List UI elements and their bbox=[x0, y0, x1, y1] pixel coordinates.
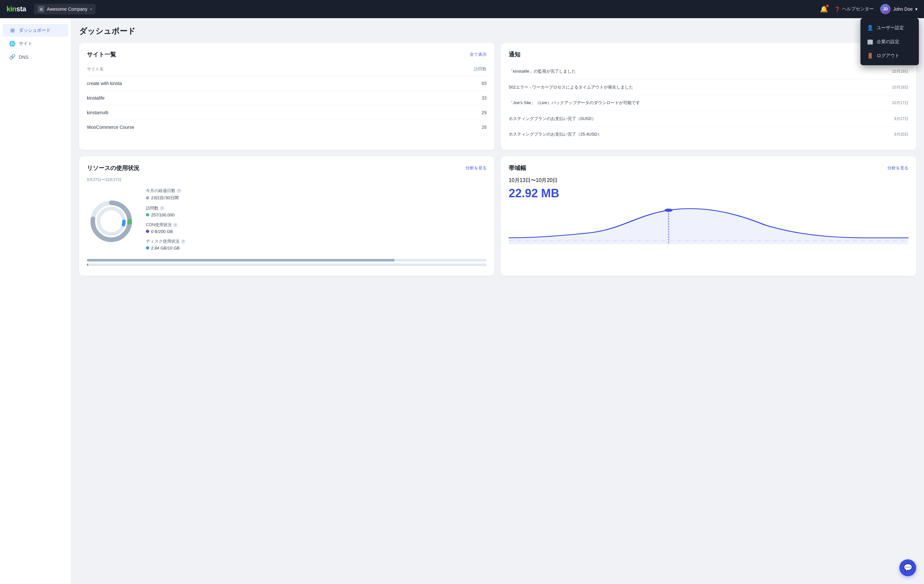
stat-label-text: CDN使用状況 bbox=[146, 222, 172, 228]
chevron-down-icon: ▾ bbox=[90, 7, 92, 11]
dot-purple-icon bbox=[146, 230, 149, 233]
notifications-card-title: 通知 bbox=[509, 51, 520, 58]
resource-card-title: リソースの使用状況 bbox=[87, 164, 139, 172]
help-button[interactable]: ❓ ヘルプセンター bbox=[835, 6, 874, 12]
bandwidth-analysis-link[interactable]: 分析を見る bbox=[888, 165, 908, 171]
sidebar-item-sites[interactable]: 🌐 サイト bbox=[3, 37, 68, 50]
stat-label-text: 今月の経過日数 bbox=[146, 188, 175, 194]
usage-bar-row bbox=[87, 263, 487, 266]
col-site-name: サイト名 bbox=[87, 66, 104, 72]
stat-label: 今月の経過日数 ? bbox=[146, 188, 487, 194]
dot-gray-icon bbox=[146, 196, 149, 200]
table-row[interactable]: kinstamulti 29 bbox=[87, 106, 487, 120]
user-initials: JD bbox=[883, 7, 888, 12]
notification-button[interactable]: 🔔 bbox=[820, 5, 828, 13]
table-row[interactable]: WooCommerce Course 28 bbox=[87, 120, 487, 134]
notifications-card: 通知 全て表示 「kinstalife」の監視が完了しました 10月19日 50… bbox=[501, 43, 916, 150]
site-name: kinstalife bbox=[87, 95, 104, 101]
stat-visits: 訪問数 ? 257/100,000 bbox=[146, 205, 487, 217]
top-cards-row: サイト一覧 全て表示 サイト名 訪問数 create with kinsta 6… bbox=[79, 43, 916, 150]
site-name: create with kinsta bbox=[87, 81, 122, 86]
company-name: Awesome Company bbox=[47, 7, 87, 12]
help-label: ヘルプセンター bbox=[842, 6, 874, 12]
help-icon[interactable]: ? bbox=[160, 206, 164, 210]
sidebar-dns-label: DNS bbox=[19, 55, 28, 60]
stat-value: 257/100,000 bbox=[146, 212, 487, 217]
dropdown-company-settings-label: 企業の設定 bbox=[877, 39, 899, 45]
list-item[interactable]: ホスティングプランのお支払い完了（0USD） 9月27日 bbox=[509, 111, 908, 127]
sites-show-all-link[interactable]: 全て表示 bbox=[470, 51, 487, 58]
resource-stats: 今月の経過日数 ? 23日目/30日間 訪問数 ? bbox=[146, 188, 487, 255]
dns-icon: 🔗 bbox=[9, 54, 16, 60]
company-selector[interactable]: ⊞ Awesome Company ▾ bbox=[34, 4, 96, 14]
site-visits: 29 bbox=[482, 110, 487, 115]
sites-icon: 🌐 bbox=[9, 41, 16, 47]
site-visits: 28 bbox=[482, 124, 487, 130]
help-icon[interactable]: ? bbox=[177, 189, 181, 193]
stat-label-text: ディスク使用状況 bbox=[146, 238, 180, 244]
notifications-card-header: 通知 全て表示 bbox=[509, 51, 908, 58]
notification-date: 10月19日 bbox=[892, 69, 908, 74]
notification-text: 「Joe's Site」（Live）バックアップデータのダウンロードが可能です bbox=[509, 99, 887, 106]
sites-card-header: サイト一覧 全て表示 bbox=[87, 51, 487, 58]
resource-body: 今月の経過日数 ? 23日目/30日間 訪問数 ? bbox=[87, 188, 487, 255]
help-icon[interactable]: ? bbox=[181, 239, 185, 244]
main-content: ダッシュボード サイト一覧 全て表示 サイト名 訪問数 create with … bbox=[71, 18, 924, 584]
site-name: kinstamulti bbox=[87, 110, 108, 115]
table-row[interactable]: create with kinsta 65 bbox=[87, 76, 487, 91]
resource-date-range: 9月27日〜10月27日 bbox=[87, 177, 487, 183]
dropdown-company-settings[interactable]: 🏢 企業の設定 bbox=[860, 35, 919, 49]
bandwidth-date-range: 10月13日〜10月20日 bbox=[509, 177, 908, 184]
help-icon[interactable]: ? bbox=[173, 223, 178, 227]
user-menu-button[interactable]: JD John Doe ▾ bbox=[880, 4, 917, 14]
bandwidth-card-header: 帯域幅 分析を見る bbox=[509, 164, 908, 172]
stat-label: CDN使用状況 ? bbox=[146, 222, 487, 228]
list-item[interactable]: 「kinstalife」の監視が完了しました 10月19日 bbox=[509, 64, 908, 79]
notification-text: 「kinstalife」の監視が完了しました bbox=[509, 68, 887, 74]
sidebar-sites-label: サイト bbox=[19, 41, 32, 47]
resource-analysis-link[interactable]: 分析を見る bbox=[465, 165, 487, 171]
user-settings-icon: 👤 bbox=[867, 25, 873, 31]
stat-value-text: 257/100,000 bbox=[151, 212, 175, 217]
stat-value-text: 23日目/30日間 bbox=[151, 195, 179, 201]
list-item[interactable]: 502エラー - ワーカープロセスによるタイムアウトが発生しました 10月18日 bbox=[509, 79, 908, 95]
stat-value-text: 2.84 GB/10 GB bbox=[151, 246, 180, 250]
notification-date: 10月17日 bbox=[892, 100, 908, 106]
stat-label: ディスク使用状況 ? bbox=[146, 238, 487, 244]
dot-blue-icon bbox=[146, 246, 149, 250]
stat-value: 0 B/200 GB bbox=[146, 229, 487, 234]
dropdown-user-settings[interactable]: 👤 ユーザー設定 bbox=[860, 21, 919, 35]
svg-point-4 bbox=[99, 208, 124, 234]
usage-bar-row bbox=[87, 259, 487, 261]
bar-fill-visits bbox=[87, 263, 88, 266]
sidebar-item-dashboard[interactable]: ⊞ ダッシュボード bbox=[3, 24, 68, 36]
topnav-right: 🔔 ❓ ヘルプセンター JD John Doe ▾ bbox=[820, 4, 917, 14]
sites-table-header: サイト名 訪問数 bbox=[87, 64, 487, 76]
resource-card-header: リソースの使用状況 分析を見る bbox=[87, 164, 487, 172]
logout-icon: 🚪 bbox=[867, 53, 873, 59]
stat-disk: ディスク使用状況 ? 2.84 GB/10 GB bbox=[146, 238, 487, 250]
notification-date: 10月18日 bbox=[892, 85, 908, 90]
avatar: JD bbox=[880, 4, 891, 14]
notifications-list: 「kinstalife」の監視が完了しました 10月19日 502エラー - ワ… bbox=[509, 64, 908, 142]
usage-bars bbox=[87, 259, 487, 266]
app-layout: ⊞ ダッシュボード 🌐 サイト 🔗 DNS ダッシュボード サイト一覧 全て表示 bbox=[0, 0, 924, 584]
help-icon: ❓ bbox=[835, 7, 840, 12]
stat-value: 23日目/30日間 bbox=[146, 195, 487, 201]
site-visits: 65 bbox=[482, 81, 487, 86]
notification-badge bbox=[826, 5, 829, 7]
sites-card: サイト一覧 全て表示 サイト名 訪問数 create with kinsta 6… bbox=[79, 43, 494, 150]
stat-value: 2.84 GB/10 GB bbox=[146, 246, 487, 250]
dropdown-logout[interactable]: 🚪 ログアウト bbox=[860, 49, 919, 63]
stat-value-text: 0 B/200 GB bbox=[151, 229, 173, 234]
list-item[interactable]: ホスティングプランのお支払い完了（25.4USD） 9月20日 bbox=[509, 127, 908, 142]
dashboard-icon: ⊞ bbox=[9, 27, 16, 33]
bar-track bbox=[87, 259, 487, 261]
list-item[interactable]: 「Joe's Site」（Live）バックアップデータのダウンロードが可能です … bbox=[509, 95, 908, 111]
chat-button[interactable]: 💬 bbox=[899, 559, 916, 576]
dot-green-icon bbox=[146, 213, 149, 217]
sidebar-item-dns[interactable]: 🔗 DNS bbox=[3, 51, 68, 63]
bandwidth-card: 帯域幅 分析を見る 10月13日〜10月20日 22.92 MB bbox=[501, 156, 916, 276]
table-row[interactable]: kinstalife 33 bbox=[87, 91, 487, 106]
sidebar-dashboard-label: ダッシュボード bbox=[19, 28, 51, 33]
